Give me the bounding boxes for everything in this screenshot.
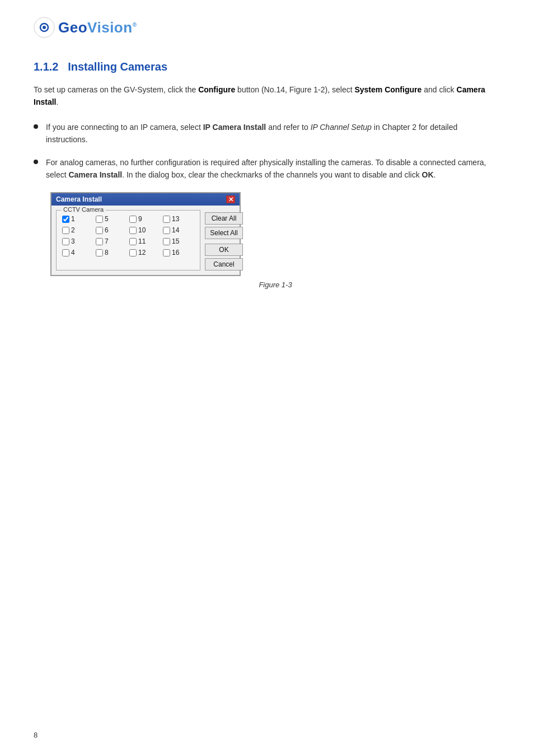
bullet-dot-2 — [34, 160, 38, 164]
checkbox-row-2: 2 6 10 14 — [62, 226, 194, 234]
checkbox-3[interactable] — [62, 238, 69, 245]
logo-text: GeoVision® — [58, 19, 137, 36]
intro-text-middle2: and click — [421, 85, 456, 94]
intro-bold1: Configure — [198, 85, 235, 94]
checkbox-10[interactable] — [129, 227, 137, 234]
checkbox-9[interactable] — [129, 216, 137, 223]
checkbox-row-3: 3 7 11 15 — [62, 237, 194, 245]
section-title: 1.1.2 Installing Cameras — [34, 60, 500, 73]
dialog-container: Camera Install ✕ CCTV Camera 1 5 9 13 2 … — [50, 192, 500, 289]
checkbox-label-3[interactable]: 3 — [62, 237, 93, 245]
checkbox-label-6[interactable]: 6 — [96, 226, 127, 234]
cctv-camera-group: CCTV Camera 1 5 9 13 2 6 10 14 — [56, 210, 200, 270]
bullet2-bold2: OK — [422, 170, 434, 179]
bullet-item-1: If you are connecting to an IP camera, s… — [34, 121, 500, 146]
figure-caption: Figure 1-3 — [50, 281, 500, 289]
clear-all-button[interactable]: Clear All — [205, 212, 243, 225]
checkbox-1[interactable] — [62, 216, 69, 223]
bullet-2-text: For analog cameras, no further configura… — [46, 156, 500, 181]
checkbox-label-5[interactable]: 5 — [96, 215, 127, 223]
page-number: 8 — [34, 731, 38, 739]
select-all-button[interactable]: Select All — [205, 227, 243, 239]
bullet-list: If you are connecting to an IP camera, s… — [34, 121, 500, 181]
checkbox-label-15[interactable]: 15 — [163, 237, 194, 245]
bullet1-italic1: IP Channel Setup — [311, 123, 372, 132]
checkbox-8[interactable] — [96, 249, 103, 256]
checkbox-11[interactable] — [129, 238, 137, 245]
checkbox-label-14[interactable]: 14 — [163, 226, 194, 234]
bullet-dot-1 — [34, 124, 38, 129]
geovision-logo-icon — [34, 17, 55, 38]
checkbox-label-10[interactable]: 10 — [129, 226, 161, 234]
checkbox-4[interactable] — [62, 249, 69, 256]
checkbox-label-16[interactable]: 16 — [163, 249, 194, 256]
checkbox-16[interactable] — [163, 249, 170, 256]
dialog-close-button[interactable]: ✕ — [226, 195, 235, 203]
intro-text-before: To set up cameras on the GV-System, clic… — [34, 85, 198, 94]
checkbox-15[interactable] — [163, 238, 170, 245]
camera-install-dialog: Camera Install ✕ CCTV Camera 1 5 9 13 2 … — [50, 192, 241, 276]
checkbox-label-9[interactable]: 9 — [129, 215, 161, 223]
intro-bold2: System Configure — [354, 85, 421, 94]
checkbox-5[interactable] — [96, 216, 103, 223]
checkbox-label-7[interactable]: 7 — [96, 237, 127, 245]
checkbox-12[interactable] — [129, 249, 137, 256]
logo-area: GeoVision® — [34, 11, 500, 38]
dialog-titlebar: Camera Install ✕ — [51, 193, 240, 206]
bullet-item-2: For analog cameras, no further configura… — [34, 156, 500, 181]
checkbox-label-2[interactable]: 2 — [62, 226, 93, 234]
checkbox-14[interactable] — [163, 227, 170, 234]
checkbox-row-1: 1 5 9 13 — [62, 215, 194, 223]
checkbox-label-1[interactable]: 1 — [62, 215, 93, 223]
checkbox-label-11[interactable]: 11 — [129, 237, 161, 245]
checkbox-label-12[interactable]: 12 — [129, 249, 161, 256]
bullet2-bold1: Camera Install — [68, 170, 122, 179]
checkbox-label-4[interactable]: 4 — [62, 249, 93, 256]
cancel-button[interactable]: Cancel — [205, 258, 243, 270]
checkbox-6[interactable] — [96, 227, 103, 234]
ok-button[interactable]: OK — [205, 244, 243, 256]
svg-point-2 — [43, 26, 46, 29]
checkbox-label-8[interactable]: 8 — [96, 249, 127, 256]
cctv-group-label: CCTV Camera — [61, 206, 106, 213]
bullet1-bold1: IP Camera Install — [203, 123, 266, 132]
checkbox-2[interactable] — [62, 227, 69, 234]
intro-text-end: . — [56, 97, 58, 106]
intro-text-middle1: button (No.14, Figure 1-2), select — [235, 85, 354, 94]
intro-paragraph: To set up cameras on the GV-System, clic… — [34, 83, 500, 109]
dialog-body: CCTV Camera 1 5 9 13 2 6 10 14 — [51, 206, 240, 275]
checkbox-label-13[interactable]: 13 — [163, 215, 194, 223]
checkbox-13[interactable] — [163, 216, 170, 223]
dialog-title: Camera Install — [56, 195, 102, 203]
dialog-buttons: Clear All Select All OK Cancel — [205, 210, 243, 270]
bullet-1-text: If you are connecting to an IP camera, s… — [46, 121, 500, 146]
checkbox-row-4: 4 8 12 16 — [62, 249, 194, 256]
checkbox-7[interactable] — [96, 238, 103, 245]
